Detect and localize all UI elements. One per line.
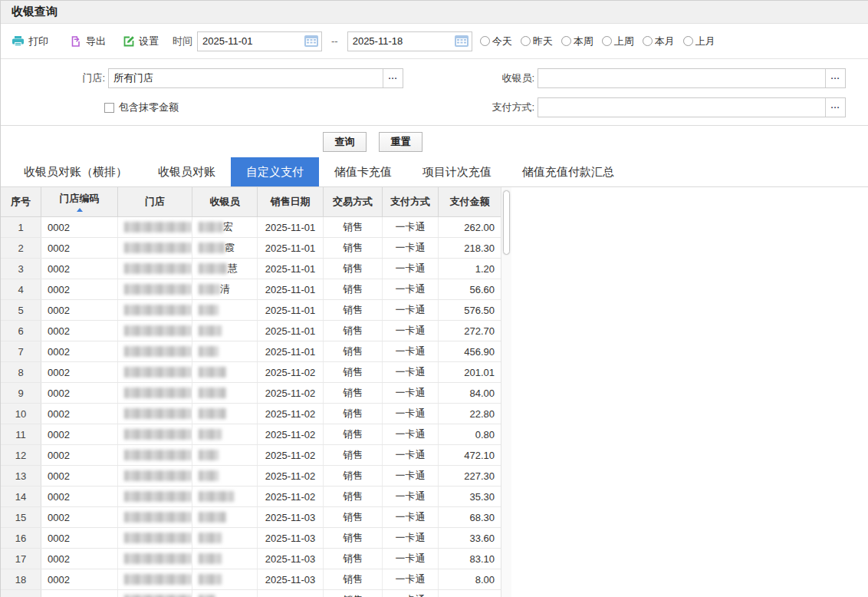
cell-row-number: 1 [1, 217, 41, 237]
radio-icon[interactable] [602, 36, 612, 46]
cell-sale-date: 2025-11-03 [258, 569, 324, 589]
radio-icon[interactable] [480, 36, 490, 46]
date-from-input[interactable] [198, 33, 301, 50]
column-header[interactable]: 支付金额 [439, 187, 501, 216]
include-rounding-checkbox[interactable] [104, 103, 114, 113]
table-row[interactable]: 1500022025-11-03销售一卡通68.30 [1, 507, 501, 528]
print-button[interactable]: 打印 [12, 35, 48, 48]
table-row[interactable]: 20002霞2025-11-01销售一卡通218.30 [1, 238, 501, 259]
cell-pay-method: 一卡通 [383, 590, 439, 597]
cell-pay-amount: 35.30 [439, 487, 501, 506]
cell-pay-method: 一卡通 [383, 445, 439, 465]
cashier-visible-char: 清 [220, 282, 230, 296]
calendar-icon[interactable] [452, 32, 472, 51]
cell-pay-amount: 22.80 [439, 404, 501, 424]
table-row[interactable]: 1200022025-11-02销售一卡通472.10 [1, 445, 501, 466]
table-row[interactable]: 30002慧2025-11-01销售一卡通1.20 [1, 259, 501, 279]
column-header[interactable]: 支付方式 [383, 187, 439, 216]
store-input[interactable] [109, 70, 383, 87]
cell-cashier-redacted [192, 507, 258, 527]
cell-cashier-redacted [192, 424, 258, 444]
tab-3[interactable]: 自定义支付 [231, 157, 319, 186]
cell-row-number: 11 [1, 424, 41, 444]
cashier-more-button[interactable]: ... [825, 69, 845, 87]
query-button[interactable]: 查询 [323, 132, 367, 152]
cell-sale-date: 2025-11-01 [258, 341, 324, 361]
table-row[interactable]: 900022025-11-02销售一卡通84.00 [1, 383, 501, 404]
table-row[interactable]: 800022025-11-02销售一卡通201.01 [1, 362, 501, 383]
redacted-store-name [124, 388, 192, 398]
table-row[interactable]: 1400022025-11-02销售一卡通35.30 [1, 487, 501, 507]
cell-pay-method: 一卡通 [383, 528, 439, 548]
calendar-icon[interactable] [301, 32, 321, 51]
cell-trade-type: 销售 [324, 259, 383, 279]
cell-sale-date: 2025-11-03 [258, 549, 324, 569]
cell-trade-type: 销售 [324, 445, 383, 465]
quick-range-radio[interactable]: 昨天 [521, 35, 553, 48]
table-row[interactable]: 500022025-11-01销售一卡通576.50 [1, 300, 501, 321]
table-row[interactable]: 1600022025-11-03销售一卡通33.60 [1, 528, 501, 549]
cell-pay-amount: 0.80 [439, 424, 501, 444]
radio-icon[interactable] [521, 36, 531, 46]
redacted-store-name [124, 491, 192, 502]
settings-button[interactable]: 设置 [123, 35, 159, 48]
quick-range-radio[interactable]: 上周 [602, 35, 634, 48]
table-row[interactable]: 1100022025-11-02销售一卡通0.80 [1, 424, 501, 445]
redacted-store-name [124, 222, 192, 233]
table-row[interactable]: 40002清2025-11-01销售一卡通56.60 [1, 279, 501, 300]
cell-cashier-redacted [192, 590, 258, 597]
quick-range-label: 上周 [614, 35, 634, 48]
table-row[interactable]: 1900022025-11-03销售一卡通548.00 [1, 590, 501, 597]
radio-icon[interactable] [683, 36, 693, 46]
quick-range-radio[interactable]: 本月 [643, 35, 675, 48]
tab-2[interactable]: 收银员对账 [143, 157, 231, 186]
cell-store-redacted [118, 569, 192, 589]
radio-icon[interactable] [561, 36, 571, 46]
cell-store-code: 0002 [41, 445, 118, 465]
reset-button[interactable]: 重置 [379, 132, 422, 152]
quick-range-radio[interactable]: 本周 [561, 35, 593, 48]
date-to-input[interactable] [348, 33, 452, 50]
column-header[interactable]: 门店 [118, 187, 192, 216]
scrollbar-thumb[interactable] [503, 190, 510, 255]
tab-1[interactable]: 收银员对账（横排） [8, 157, 143, 186]
redacted-cashier-name [199, 491, 234, 502]
column-header[interactable]: 交易方式 [324, 187, 383, 216]
cell-row-number: 12 [1, 445, 41, 465]
column-header[interactable]: 门店编码 [41, 187, 118, 216]
column-header-label: 门店 [145, 195, 165, 209]
column-header-label: 支付方式 [390, 195, 430, 209]
table-row[interactable]: 1700022025-11-03销售一卡通83.10 [1, 549, 501, 569]
cashier-input[interactable] [538, 70, 825, 87]
table-row[interactable]: 1300022025-11-02销售一卡通227.30 [1, 466, 501, 487]
tab-5[interactable]: 项目计次充值 [407, 157, 507, 186]
column-header[interactable]: 收银员 [192, 187, 258, 216]
title-bar: 收银查询 [1, 1, 868, 24]
table-row[interactable]: 700022025-11-01销售一卡通456.90 [1, 341, 501, 362]
quick-range-radio[interactable]: 今天 [480, 35, 512, 48]
payment-more-button[interactable]: ... [825, 98, 845, 117]
tab-6[interactable]: 储值充值付款汇总 [507, 157, 630, 186]
export-button[interactable]: 导出 [70, 35, 106, 48]
store-more-button[interactable]: ... [383, 69, 403, 87]
cell-store-code: 0002 [41, 569, 118, 589]
table-row[interactable]: 10002宏2025-11-01销售一卡通262.00 [1, 217, 501, 238]
quick-range-radio[interactable]: 上月 [683, 35, 715, 48]
cell-row-number: 7 [1, 341, 41, 361]
table-row[interactable]: 1000022025-11-02销售一卡通22.80 [1, 404, 501, 424]
table-row[interactable]: 1800022025-11-03销售一卡通8.00 [1, 569, 501, 590]
cell-pay-amount: 227.30 [439, 466, 501, 486]
cell-row-number: 3 [1, 259, 41, 279]
column-header[interactable]: 序号 [1, 187, 41, 216]
table-row[interactable]: 600022025-11-01销售一卡通272.70 [1, 321, 501, 341]
payment-input[interactable] [538, 99, 825, 116]
column-header-label: 交易方式 [333, 195, 373, 209]
column-header[interactable]: 销售日期 [258, 187, 324, 216]
tab-4[interactable]: 储值卡充值 [319, 157, 407, 186]
cell-pay-method: 一卡通 [383, 217, 439, 237]
vertical-scrollbar[interactable] [501, 187, 511, 597]
cell-cashier-redacted [192, 383, 258, 403]
redacted-store-name [124, 325, 192, 336]
date-from-box [197, 31, 322, 51]
radio-icon[interactable] [643, 36, 653, 46]
